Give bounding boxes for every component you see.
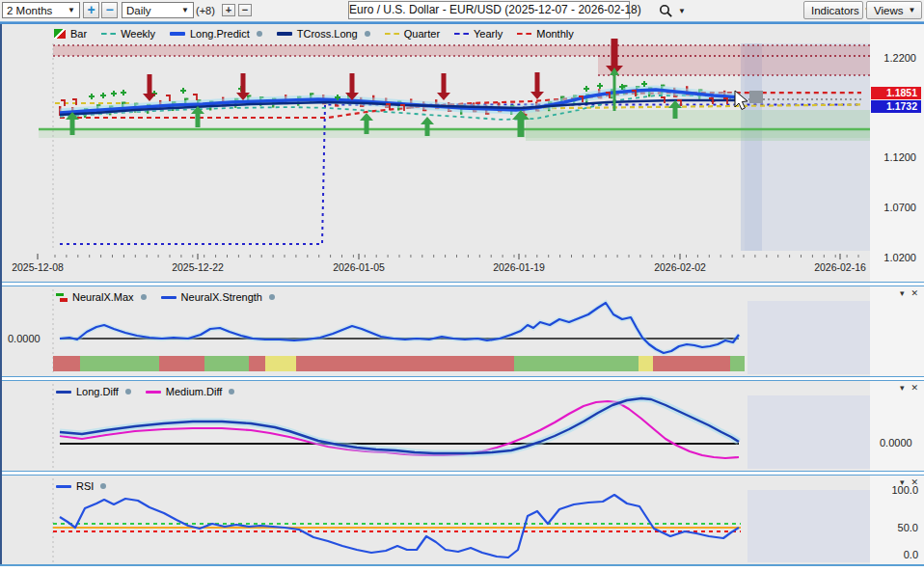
indicators-button[interactable]: Indicators ▼: [803, 1, 863, 19]
indicator-settings-dot[interactable]: [257, 31, 262, 37]
neural-zero-label: 0.0000: [8, 333, 41, 344]
legend-item-monthly[interactable]: Monthly: [517, 28, 574, 40]
legend-label: TCross.Long: [297, 28, 358, 40]
line-swatch-icon: [56, 485, 71, 488]
interval-select[interactable]: Daily ▼: [122, 2, 194, 18]
price-badge-1.1851: 1.1851: [871, 87, 921, 99]
legend-item-yearly[interactable]: Yearly: [454, 28, 503, 40]
diff-panel-legend: Long.DiffMedium.Diff: [56, 385, 234, 398]
search-icon: [659, 4, 673, 18]
price-axis-label: 1.1200: [870, 151, 916, 163]
main-chart-legend: BarWeeklyLong.PredictTCross.LongQuarterY…: [54, 27, 574, 41]
chevron-down-icon: ▼: [678, 7, 686, 15]
legend-item-tcross-long[interactable]: TCross.Long: [277, 28, 370, 40]
indicator-settings-dot[interactable]: [125, 389, 131, 394]
date-axis-label: 2026-01-05: [320, 261, 397, 273]
date-axis-label: 2025-12-22: [159, 261, 236, 273]
future-box-rsi: [747, 490, 870, 562]
zoom-out-button[interactable]: −: [101, 2, 118, 18]
indicator-settings-dot[interactable]: [141, 294, 147, 300]
bottom-strip: [0, 566, 924, 571]
price-badge-1.1732: 1.1732: [871, 100, 921, 113]
zoom-in-button[interactable]: +: [83, 2, 99, 18]
future-band-main: [745, 43, 870, 251]
toolbar: 2 Months ▼ + − Daily ▼ (+8) + − Euro / U…: [0, 0, 924, 21]
legend-label: Weekly: [121, 28, 155, 40]
neural-panel-legend: NeuralX.MaxNeuralX.Strength: [56, 290, 275, 304]
diff-zero-label: 0.0000: [880, 437, 912, 449]
indicator-settings-dot[interactable]: [269, 294, 275, 300]
add-bar-button[interactable]: +: [222, 4, 235, 16]
price-axis-label: 1.2200: [870, 52, 916, 64]
date-axis-label: 2026-01-19: [480, 261, 557, 273]
indicator-settings-dot[interactable]: [100, 483, 106, 489]
remove-bar-button[interactable]: −: [238, 4, 252, 16]
dashed-line-swatch-icon: [385, 33, 399, 35]
legend-label: Yearly: [474, 28, 503, 40]
interval-select-value: Daily: [126, 5, 151, 16]
legend-label: Monthly: [536, 28, 574, 40]
diff-panel-controls: ▾✕: [900, 383, 918, 393]
search-control[interactable]: ▼: [659, 3, 693, 18]
legend-item-quarter[interactable]: Quarter: [385, 28, 440, 40]
date-axis-label: 2026-02-16: [802, 261, 879, 273]
legend-label: Long.Diff: [76, 386, 119, 397]
date-axis-label: 2026-02-02: [641, 261, 719, 273]
neuralx-max-swatch-icon: [56, 293, 68, 302]
legend-label: Medium.Diff: [166, 386, 222, 397]
legend-label: RSI: [76, 480, 94, 492]
bar-swatch-icon: [54, 29, 66, 39]
legend-item-neuralx-strength[interactable]: NeuralX.Strength: [161, 291, 275, 303]
future-box-diff: [747, 395, 870, 469]
legend-label: Bar: [70, 28, 87, 40]
collapse-panel-icon[interactable]: ▾: [900, 288, 905, 298]
bars-offset-label: (+8): [196, 5, 215, 16]
close-panel-icon[interactable]: ✕: [910, 288, 918, 298]
range-select[interactable]: 2 Months ▼: [2, 2, 80, 18]
legend-item-rsi[interactable]: RSI: [56, 480, 106, 492]
views-button[interactable]: Views ▼: [866, 1, 922, 19]
legend-item-long-diff[interactable]: Long.Diff: [56, 386, 131, 397]
panel-splitter-2[interactable]: [0, 376, 924, 381]
legend-item-medium-diff[interactable]: Medium.Diff: [146, 386, 234, 397]
price-axis-label: 1.0700: [870, 202, 916, 213]
dashed-line-swatch-icon: [101, 33, 116, 35]
legend-item-bar[interactable]: Bar: [54, 28, 87, 40]
legend-item-neuralx-max[interactable]: NeuralX.Max: [56, 291, 147, 303]
indicator-settings-dot[interactable]: [229, 389, 234, 394]
range-select-value: 2 Months: [7, 5, 52, 16]
legend-item-weekly[interactable]: Weekly: [101, 28, 155, 40]
symbol-title[interactable]: Euro / U.S. Dollar - EUR/USD (2025-12-07…: [348, 1, 630, 19]
line-swatch-icon: [56, 391, 71, 394]
dashed-line-swatch-icon: [454, 33, 469, 35]
trading-app-window: { "toolbar": { "range_select": "2 Months…: [0, 0, 924, 571]
rsi-axis-label: 50.0: [870, 522, 918, 533]
legend-label: Quarter: [404, 28, 440, 40]
legend-item-long-predict[interactable]: Long.Predict: [170, 28, 262, 40]
chevron-down-icon: ▼: [908, 6, 915, 14]
legend-label: Long.Predict: [190, 28, 250, 40]
rsi-axis-label: 0.0: [870, 549, 918, 560]
neural-panel-controls: ▾✕: [900, 288, 918, 298]
panel-splitter-1[interactable]: [0, 282, 924, 286]
chevron-down-icon: ▼: [176, 6, 189, 14]
legend-label: NeuralX.Max: [72, 291, 134, 303]
line-swatch-icon: [161, 296, 177, 299]
rsi-panel-legend: RSI: [56, 479, 106, 493]
line-swatch-icon: [170, 32, 185, 36]
cursor-column-band: [741, 43, 762, 251]
legend-label: NeuralX.Strength: [181, 291, 262, 303]
line-swatch-icon: [146, 391, 161, 394]
dashed-line-swatch-icon: [517, 33, 531, 35]
chevron-down-icon: ▼: [62, 6, 75, 14]
window-left-border: [0, 24, 2, 564]
future-box-neural: [747, 301, 870, 374]
rsi-axis-label: 100.0: [870, 484, 918, 496]
collapse-panel-icon[interactable]: ▾: [900, 383, 905, 393]
close-panel-icon[interactable]: ✕: [910, 383, 918, 393]
line-swatch-icon: [277, 32, 292, 36]
panel-splitter-3[interactable]: [0, 471, 924, 476]
indicator-settings-dot[interactable]: [365, 31, 370, 37]
date-axis-label: 2025-12-08: [0, 261, 76, 273]
